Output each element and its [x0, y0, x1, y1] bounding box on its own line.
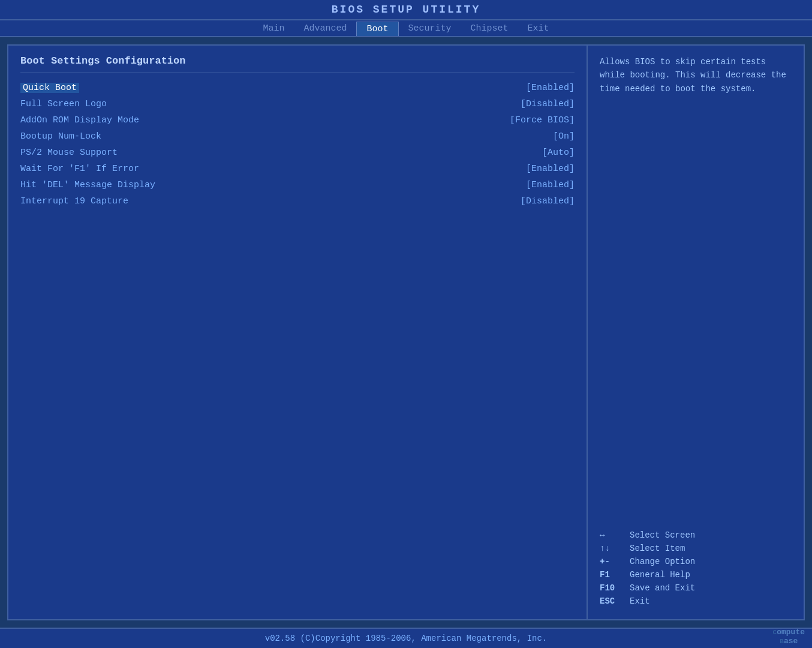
- help-text: Allows BIOS to skip certain tests while …: [600, 55, 792, 95]
- menu-item-label-hit-del: Hit 'DEL' Message Display: [20, 180, 155, 190]
- menu-item-value-ps2-mouse: [Auto]: [542, 148, 575, 158]
- menu-item-value-addon-rom: [Force BIOS]: [510, 115, 575, 125]
- menu-item-value-quick-boot: [Enabled]: [526, 83, 575, 93]
- key-legend: ↔ Select Screen ↑↓ Select Item +- Change…: [600, 530, 792, 610]
- footer-text: v02.58 (C)Copyright 1985-2006, American …: [265, 634, 547, 643]
- key-legend-general-help: F1 General Help: [600, 570, 792, 580]
- menu-item-bootup-numlock[interactable]: Bootup Num-Lock [On]: [20, 131, 575, 142]
- menu-item-label-wait-f1: Wait For 'F1' If Error: [20, 164, 139, 174]
- key-f10: F10: [600, 583, 630, 593]
- section-title: Boot Settings Configuration: [20, 55, 575, 67]
- tab-chipset[interactable]: Chipset: [461, 22, 518, 36]
- menu-item-label-addon-rom: AddOn ROM Display Mode: [20, 115, 139, 125]
- title-text: BIOS SETUP UTILITY: [332, 4, 480, 16]
- tab-exit[interactable]: Exit: [518, 22, 559, 36]
- menu-item-value-hit-del: [Enabled]: [526, 180, 575, 190]
- tab-advanced[interactable]: Advanced: [294, 22, 356, 36]
- right-panel: Allows BIOS to skip certain tests while …: [588, 46, 804, 619]
- key-desc-select-screen: Select Screen: [630, 530, 695, 540]
- menu-item-full-screen-logo[interactable]: Full Screen Logo [Disabled]: [20, 99, 575, 109]
- menu-item-value-wait-f1: [Enabled]: [526, 164, 575, 174]
- key-f1: F1: [600, 570, 630, 580]
- bios-title: BIOS SETUP UTILITY: [0, 0, 812, 20]
- divider: [20, 73, 575, 73]
- key-legend-select-screen: ↔ Select Screen: [600, 530, 792, 540]
- menu-item-value-bootup-numlock: [On]: [553, 131, 575, 142]
- menu-item-label-full-screen-logo: Full Screen Logo: [20, 99, 107, 109]
- menu-item-label-interrupt19: Interrupt 19 Capture: [20, 196, 128, 206]
- footer-logo: ComputeBase: [773, 628, 805, 646]
- key-legend-save-exit: F10 Save and Exit: [600, 583, 792, 593]
- key-desc-exit: Exit: [630, 596, 650, 606]
- key-legend-select-item: ↑↓ Select Item: [600, 544, 792, 553]
- menu-item-value-interrupt19: [Disabled]: [521, 196, 575, 206]
- menu-item-addon-rom[interactable]: AddOn ROM Display Mode [Force BIOS]: [20, 115, 575, 125]
- key-desc-select-item: Select Item: [630, 544, 685, 553]
- footer: v02.58 (C)Copyright 1985-2006, American …: [0, 628, 812, 648]
- tab-row: Main Advanced Boot Security Chipset Exit: [0, 20, 812, 37]
- menu-item-label-quick-boot: Quick Boot: [20, 83, 79, 93]
- main-content: Boot Settings Configuration Quick Boot […: [7, 44, 805, 620]
- menu-item-quick-boot[interactable]: Quick Boot [Enabled]: [20, 83, 575, 93]
- menu-item-label-ps2-mouse: PS/2 Mouse Support: [20, 148, 118, 158]
- footer-logo-text: C: [773, 629, 777, 636]
- key-desc-general-help: General Help: [630, 570, 690, 580]
- key-legend-exit: ESC Exit: [600, 596, 792, 606]
- key-plus-minus: +-: [600, 557, 630, 566]
- key-arrows-ud: ↑↓: [600, 544, 630, 553]
- left-panel: Boot Settings Configuration Quick Boot […: [8, 46, 588, 619]
- menu-item-hit-del[interactable]: Hit 'DEL' Message Display [Enabled]: [20, 180, 575, 190]
- key-arrows-lr: ↔: [600, 530, 630, 540]
- footer-logo-base: B: [780, 638, 784, 645]
- menu-item-label-bootup-numlock: Bootup Num-Lock: [20, 131, 101, 142]
- menu-item-interrupt19[interactable]: Interrupt 19 Capture [Disabled]: [20, 196, 575, 206]
- key-legend-change-option: +- Change Option: [600, 557, 792, 566]
- key-desc-change-option: Change Option: [630, 557, 695, 566]
- menu-item-ps2-mouse[interactable]: PS/2 Mouse Support [Auto]: [20, 148, 575, 158]
- tab-boot[interactable]: Boot: [356, 22, 398, 36]
- menu-item-wait-f1[interactable]: Wait For 'F1' If Error [Enabled]: [20, 164, 575, 174]
- tab-security[interactable]: Security: [399, 22, 461, 36]
- menu-item-value-full-screen-logo: [Disabled]: [521, 99, 575, 109]
- tab-main[interactable]: Main: [253, 22, 294, 36]
- key-desc-save-exit: Save and Exit: [630, 583, 695, 593]
- key-esc: ESC: [600, 596, 630, 606]
